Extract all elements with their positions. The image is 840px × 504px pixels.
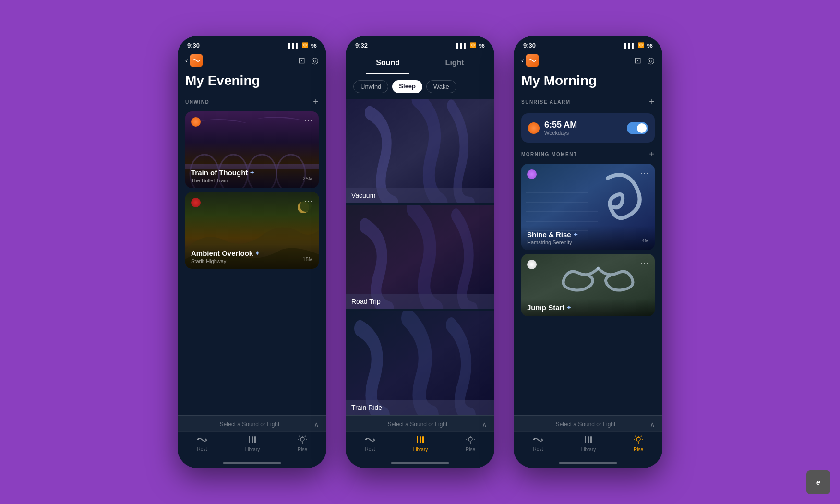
svg-point-25 — [365, 439, 367, 440]
tab-rest-1[interactable]: Rest — [196, 435, 208, 452]
page-title-3: My Morning — [514, 71, 662, 94]
settings-icon-3[interactable]: ◎ — [647, 55, 655, 66]
nav-right-1: ⊡ ◎ — [298, 55, 319, 66]
filter-wake[interactable]: Wake — [426, 80, 456, 93]
add-alarm-btn[interactable]: + — [649, 97, 655, 107]
card-dot-3 — [527, 169, 537, 179]
battery-1: 96 — [311, 43, 317, 48]
card-title-3: Shine & Rise ✦ — [527, 230, 649, 239]
chevron-up-2[interactable]: ∧ — [482, 420, 487, 428]
bottom-label-3: Select a Sound or Light — [521, 421, 650, 428]
signal-icon-1: ▌▌▌ — [288, 43, 299, 48]
battery-2: 96 — [479, 43, 485, 48]
tab-rise-3[interactable]: Rise — [633, 435, 644, 452]
rise-icon-3 — [633, 435, 644, 445]
sound-list-2: Vacuum Road Trip — [346, 99, 494, 415]
sound-card-1[interactable]: ⋯ Train of Thought ✦ The Bullet Train 25… — [185, 111, 319, 188]
logo-3 — [526, 54, 539, 67]
tab-rest-2[interactable]: Rest — [364, 435, 376, 452]
train-ride-item[interactable]: Train Ride — [346, 311, 494, 415]
svg-point-15 — [300, 437, 304, 441]
nav-header-3: ‹ ⊡ ◎ — [514, 52, 662, 71]
svg-rect-14 — [254, 436, 256, 443]
bottom-panel-1[interactable]: Select a Sound or Light ∧ — [178, 415, 326, 431]
time-1: 9:30 — [187, 42, 200, 49]
card-menu-4[interactable]: ⋯ — [640, 259, 649, 267]
svg-point-26 — [373, 439, 374, 440]
nav-left-1: ‹ — [185, 54, 203, 67]
vacuum-item[interactable]: Vacuum — [346, 99, 494, 203]
status-icons-2: ▌▌▌ 🛜 96 — [456, 42, 485, 48]
svg-point-30 — [468, 437, 472, 441]
sound-tab[interactable]: Sound — [366, 56, 409, 70]
time-3: 9:30 — [523, 42, 536, 49]
tab-library-3[interactable]: Library — [581, 435, 596, 452]
svg-rect-44 — [585, 436, 586, 443]
sound-card-2[interactable]: ⋯ Ambient Overlook ✦ Starlit Highway 15M — [185, 192, 319, 269]
tab-rest-3[interactable]: Rest — [532, 435, 544, 452]
alarm-time: 6:55 AM — [544, 120, 622, 130]
tab-rise-1[interactable]: Rise — [297, 435, 308, 452]
jump-start-card[interactable]: ⋯ Jump Start ✦ — [521, 254, 655, 316]
alarm-dot — [528, 122, 540, 134]
svg-rect-27 — [417, 436, 418, 443]
card-menu-3[interactable]: ⋯ — [640, 168, 649, 177]
bottom-panel-2[interactable]: Select a Sound or Light ∧ — [346, 415, 494, 431]
card-duration-2: 15M — [303, 256, 313, 262]
card-menu-1[interactable]: ⋯ — [304, 116, 313, 125]
card-dot-2 — [191, 198, 201, 207]
card-title-4: Jump Start ✦ — [527, 303, 649, 312]
engadget-badge: e — [806, 470, 830, 494]
add-button-1[interactable]: + — [313, 97, 319, 107]
section-header-1: UNWIND + — [178, 94, 326, 109]
tab-library-label-1: Library — [245, 447, 260, 452]
settings-icon-1[interactable]: ◎ — [311, 55, 319, 66]
chevron-up-3[interactable]: ∧ — [650, 420, 655, 428]
svg-point-10 — [197, 439, 199, 440]
battery-3: 96 — [647, 43, 653, 48]
section-label-3: SUNRISE ALARM — [521, 99, 570, 105]
star-icon-3: ✦ — [573, 231, 578, 238]
nav-right-3: ⊡ ◎ — [634, 55, 655, 66]
library-icon-1 — [248, 435, 257, 445]
add-moment-btn[interactable]: + — [649, 149, 655, 159]
tab-rest-label-3: Rest — [533, 446, 543, 452]
card-dot-4 — [527, 260, 537, 269]
card-info-3: Shine & Rise ✦ Hamstring Serenity — [521, 226, 655, 250]
card-title-1: Train of Thought ✦ — [191, 168, 313, 177]
engadget-logo: e — [816, 479, 820, 486]
shine-rise-card[interactable]: ⋯ Shine & Rise ✦ Hamstring Serenity 4M — [521, 164, 655, 250]
library-screen: 9:32 ▌▌▌ 🛜 96 Sound Light Unwind Sleep W… — [346, 36, 494, 468]
message-icon-1[interactable]: ⊡ — [298, 55, 305, 66]
bottom-row-1: Select a Sound or Light ∧ — [185, 420, 319, 428]
svg-rect-13 — [252, 436, 253, 443]
alarm-toggle[interactable] — [627, 122, 648, 134]
bottom-panel-3[interactable]: Select a Sound or Light ∧ — [514, 415, 662, 431]
nav-header-1: ‹ ⊡ ◎ — [178, 52, 326, 71]
card-menu-2[interactable]: ⋯ — [304, 197, 313, 205]
svg-point-47 — [636, 437, 640, 441]
bottom-label-1: Select a Sound or Light — [185, 421, 314, 428]
road-trip-item[interactable]: Road Trip — [346, 205, 494, 309]
svg-line-21 — [305, 436, 306, 437]
chevron-up-1[interactable]: ∧ — [314, 420, 319, 428]
tab-library-1[interactable]: Library — [245, 435, 260, 452]
card-subtitle-1: The Bullet Train — [191, 178, 313, 183]
status-icons-3: ▌▌▌ 🛜 96 — [624, 42, 653, 48]
filter-unwind[interactable]: Unwind — [353, 80, 388, 93]
page-title-1: My Evening — [178, 71, 326, 94]
star-icon-1: ✦ — [250, 169, 254, 176]
light-tab[interactable]: Light — [436, 56, 474, 70]
tab-library-label-3: Library — [581, 447, 596, 452]
tab-library-label-2: Library — [413, 447, 428, 452]
filter-sleep[interactable]: Sleep — [392, 80, 422, 93]
logo-1 — [190, 54, 203, 67]
back-chevron-1[interactable]: ‹ — [185, 56, 188, 65]
tab-bar-3: Rest Library — [514, 431, 662, 460]
tab-rise-2[interactable]: Rise — [465, 435, 476, 452]
message-icon-3[interactable]: ⊡ — [634, 55, 641, 66]
back-chevron-3[interactable]: ‹ — [521, 56, 524, 65]
tab-library-2[interactable]: Library — [413, 435, 428, 452]
alarm-card[interactable]: 6:55 AM Weekdays — [521, 113, 655, 143]
screens-container: 9:30 ▌▌▌ 🛜 96 ‹ ⊡ ◎ My Evening — [158, 17, 682, 487]
